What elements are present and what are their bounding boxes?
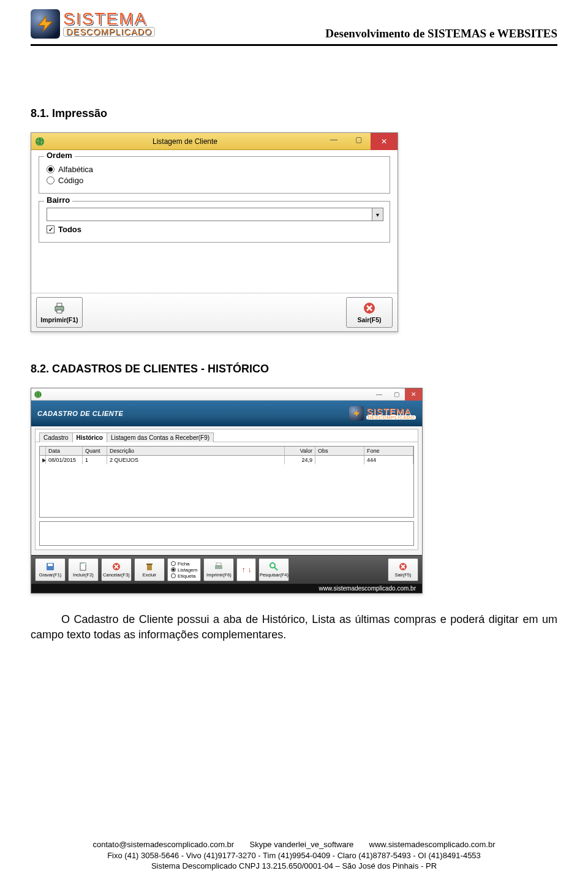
col-valor: Valor	[285, 447, 315, 455]
close-icon	[398, 562, 408, 572]
svg-rect-11	[48, 564, 53, 566]
tab-listagem-contas[interactable]: Listagem das Contas a Receber(F9)	[107, 432, 214, 442]
cancelar-button[interactable]: Cancelar(F3)	[101, 558, 132, 581]
svg-marker-0	[39, 17, 53, 32]
logo-word-top: SISTEMA	[366, 407, 416, 416]
button-label: Sair(F5)	[357, 316, 381, 323]
section-heading-historico: 8.2. CADASTROS DE CLIENTES - HISTÓRICO	[31, 363, 557, 376]
history-grid[interactable]: Data Quant Descrição Valor Obs Fone ▶ 08…	[39, 446, 414, 518]
ordem-legend: Ordem	[44, 151, 75, 160]
button-label: Imprimir(F6)	[206, 572, 232, 578]
button-label: Excluir	[143, 572, 157, 578]
incluir-button[interactable]: Incluir(F2)	[68, 558, 99, 581]
button-label: Imprimir(F1)	[40, 316, 78, 323]
radio-label: Alfabética	[58, 165, 93, 174]
brand-logo: SISTEMA DESCOMPLICADO	[31, 9, 155, 39]
minimize-button[interactable]: —	[322, 133, 346, 146]
section-heading-impressao: 8.1. Impressão	[31, 107, 557, 120]
svg-rect-17	[215, 565, 222, 569]
grid-row[interactable]: ▶ 08/01/2015 1 2 QUEIJOS 24,9 444	[40, 456, 413, 464]
svg-rect-5	[57, 310, 62, 313]
tab-cadastro[interactable]: Cadastro	[39, 432, 73, 442]
svg-rect-16	[146, 564, 153, 565]
sair-button[interactable]: Sair(F5)	[346, 297, 393, 328]
titlebar: Listagem de Cliente — ▢ ✕	[31, 133, 398, 150]
radio-alfabetica[interactable]: Alfabética	[47, 165, 383, 174]
save-icon	[45, 562, 55, 572]
tab-historico[interactable]: Histórico	[72, 432, 107, 442]
svg-marker-9	[353, 410, 360, 417]
printer-icon	[52, 301, 67, 315]
svg-rect-4	[57, 303, 62, 306]
col-quant: Quant	[83, 447, 107, 455]
checkbox-todos[interactable]: Todos	[47, 225, 383, 234]
document-header: SISTEMA DESCOMPLICADO Desenvolvimento de…	[31, 12, 557, 46]
footer-skype: Skype vanderlei_ve_software	[249, 840, 353, 849]
strip-title: CADASTRO DE CLIENTE	[37, 410, 123, 417]
svg-rect-18	[216, 563, 221, 565]
footer-email: contato@sistemadescomplicado.com.br	[92, 840, 234, 849]
footer-phones: Fixo (41) 3058-5646 - Vivo (41)9177-3270…	[0, 850, 588, 861]
bolt-icon	[349, 406, 364, 421]
cell-desc: 2 QUEIJOS	[107, 456, 285, 464]
arrow-up-icon: ↑	[241, 566, 245, 573]
cell-fone: 444	[364, 456, 413, 464]
dialog-title: Listagem de Cliente	[48, 137, 322, 146]
button-label: Sair(F5)	[394, 572, 411, 578]
document-footer: contato@sistemadescomplicado.com.br Skyp…	[0, 839, 588, 872]
tab-content-historico: Data Quant Descrição Valor Obs Fone ▶ 08…	[35, 442, 418, 550]
bairro-combo[interactable]: ▾	[47, 208, 383, 221]
col-data: Data	[46, 447, 83, 455]
brand-logo-small: SISTEMA DESCOMPLICADO	[349, 406, 416, 421]
dialog-listagem-cliente: Listagem de Cliente — ▢ ✕ Ordem Alfabéti…	[31, 132, 398, 332]
maximize-button[interactable]: ▢	[388, 388, 405, 401]
imprimir-button[interactable]: Imprimir(F1)	[36, 297, 83, 328]
record-nav[interactable]: ↑ ↓	[236, 558, 256, 581]
pesquisar-button[interactable]: Pesquisar(F4)	[258, 558, 289, 581]
printer-icon	[214, 562, 224, 572]
combo-text	[47, 208, 372, 221]
radio-icon	[47, 176, 55, 184]
svg-line-20	[274, 567, 277, 570]
col-descricao: Descrição	[107, 447, 285, 455]
radio-codigo[interactable]: Código	[47, 176, 383, 185]
maximize-button[interactable]: ▢	[346, 133, 371, 146]
excluir-button[interactable]: Excluir	[134, 558, 165, 581]
header-tagline: Desenvolvimento de SISTEMAS e WEBSITES	[325, 27, 557, 42]
svg-rect-13	[84, 563, 86, 565]
minimize-button[interactable]: —	[371, 388, 388, 401]
checkbox-label: Todos	[58, 225, 81, 234]
titlebar: — ▢ ✕	[31, 388, 422, 401]
footer-cnpj: Sistema Descomplicado CNPJ 13.215.650/00…	[0, 861, 588, 872]
footer-site: www.sistemadescomplicado.com.br	[369, 840, 496, 849]
bolt-icon	[31, 9, 60, 39]
globe-icon	[35, 137, 45, 146]
cell-data: 08/01/2015	[46, 456, 83, 464]
col-fone: Fone	[364, 447, 413, 455]
imprimir-button[interactable]: Imprimir(F6)	[203, 558, 234, 581]
opt-listagem[interactable]: Listagem	[171, 567, 197, 573]
row-indicator-icon: ▶	[40, 456, 46, 464]
checkbox-icon	[47, 225, 55, 233]
logo-word-top: SISTEMA	[63, 11, 155, 26]
gravar-button[interactable]: Gravar(F1)	[35, 558, 66, 581]
cell-valor: 24,9	[285, 456, 315, 464]
opt-ficha[interactable]: Ficha	[171, 561, 197, 567]
bottom-toolbar: Gravar(F1) Incluir(F2) Cancelar(F3) Excl…	[31, 555, 422, 584]
button-label: Incluir(F2)	[73, 572, 94, 578]
print-options: Ficha Listagem Etiqueta	[167, 558, 201, 581]
delete-icon	[145, 562, 154, 572]
close-button[interactable]: ✕	[371, 133, 398, 150]
footer-url: www.sistemadescomplicado.com.br	[31, 584, 422, 593]
body-paragraph: O Cadastro de Cliente possui a aba de Hi…	[31, 612, 557, 643]
col-obs: Obs	[315, 447, 364, 455]
chevron-down-icon[interactable]: ▾	[372, 208, 383, 221]
sair-button[interactable]: Sair(F5)	[388, 558, 418, 581]
app-header-strip: CADASTRO DE CLIENTE SISTEMA DESCOMPLICAD…	[31, 401, 422, 426]
notes-memo[interactable]	[39, 521, 414, 546]
close-icon	[362, 301, 377, 315]
opt-etiqueta[interactable]: Etiqueta	[171, 573, 197, 579]
tabs: Cadastro Histórico Listagem das Contas a…	[35, 429, 418, 442]
button-label: Pesquisar(F4)	[260, 572, 288, 578]
close-button[interactable]: ✕	[405, 388, 422, 401]
